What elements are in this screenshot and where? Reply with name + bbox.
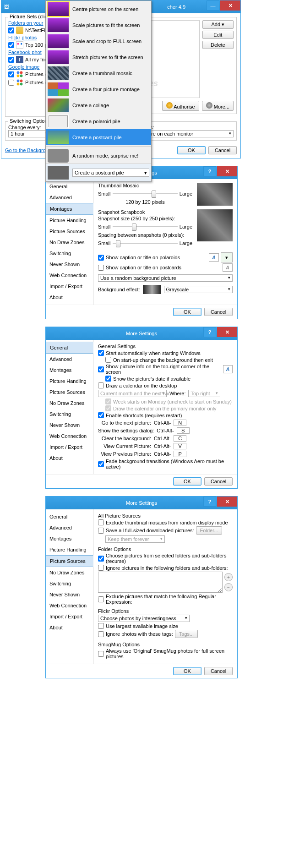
- info-font-button[interactable]: A: [223, 365, 233, 373]
- cancel-button[interactable]: Cancel: [204, 477, 233, 486]
- tab-general[interactable]: General: [46, 342, 93, 354]
- tab-advanced[interactable]: Advanced: [46, 192, 93, 203]
- tab-advanced[interactable]: Advanced: [46, 354, 93, 365]
- snapshot-size-slider[interactable]: [113, 222, 178, 231]
- popup-item-collage[interactable]: Create a collage: [46, 97, 151, 113]
- shortcut-settings[interactable]: [177, 427, 190, 434]
- tab-never-shown[interactable]: Never Shown: [46, 589, 93, 600]
- keep-dropdown[interactable]: Keep them forever: [105, 535, 165, 543]
- recurse-checkbox[interactable]: [98, 556, 104, 562]
- enable-shortcuts-checkbox[interactable]: [98, 412, 104, 418]
- tab-montages[interactable]: Montages: [46, 533, 93, 544]
- shortcut-view-prev[interactable]: [174, 451, 186, 457]
- tab-import-export[interactable]: Import / Export: [46, 281, 93, 292]
- start-auto-checkbox[interactable]: [98, 350, 104, 356]
- more-button[interactable]: More...: [202, 101, 234, 111]
- tab-about[interactable]: About: [46, 453, 93, 464]
- popup-item-centre[interactable]: Centre pictures on the screen: [46, 1, 151, 17]
- calendar-where-dropdown[interactable]: Top right: [188, 390, 220, 397]
- delete-button[interactable]: Delete: [202, 41, 234, 49]
- tags-button[interactable]: Tags...: [175, 630, 198, 638]
- ignore-folders-checkbox[interactable]: [98, 565, 104, 571]
- tab-no-draw-zones[interactable]: No Draw Zones: [46, 237, 93, 248]
- authorise-button[interactable]: Authorise: [162, 101, 199, 111]
- popup-item-four-montage[interactable]: Create a four-picture montage: [46, 81, 151, 97]
- google-checkbox-2[interactable]: [8, 80, 14, 86]
- tab-picture-sources[interactable]: Picture Sources: [46, 387, 93, 398]
- show-date-checkbox[interactable]: [105, 376, 111, 382]
- startup-exit-checkbox[interactable]: [105, 357, 111, 363]
- tab-web-connection[interactable]: Web Connection: [46, 431, 93, 442]
- add-button[interactable]: Add ▾: [202, 20, 234, 29]
- bg-effect-dropdown[interactable]: Grayscale: [164, 286, 233, 293]
- collage-layout-button[interactable]: ▾: [221, 252, 233, 262]
- edit-button[interactable]: Edit: [202, 31, 234, 39]
- cancel-button[interactable]: Cancel: [204, 667, 233, 675]
- font-postcard-button[interactable]: A: [223, 263, 233, 272]
- tab-web-connection[interactable]: Web Connection: [46, 270, 93, 281]
- tab-picture-handling[interactable]: Picture Handling: [46, 376, 93, 387]
- ignore-folders-textarea[interactable]: [98, 572, 223, 593]
- ignore-tags-checkbox[interactable]: [98, 631, 104, 637]
- exclude-mosaics-checkbox[interactable]: [98, 519, 104, 525]
- remove-folder-button[interactable]: −: [224, 583, 233, 591]
- change-every-dropdown[interactable]: 1 hour: [8, 130, 49, 137]
- shortcut-view-current[interactable]: [174, 443, 186, 449]
- tab-montages[interactable]: Montages: [46, 203, 93, 215]
- save-full-checkbox[interactable]: [98, 528, 104, 534]
- popup-item-scale-fit[interactable]: Scale pictures to fit the screen: [46, 17, 151, 33]
- ok-button[interactable]: OK: [173, 308, 201, 316]
- tab-picture-sources[interactable]: Picture Sources: [46, 555, 93, 567]
- use-largest-checkbox[interactable]: [98, 623, 104, 629]
- tab-never-shown[interactable]: Never Shown: [46, 259, 93, 270]
- close-button[interactable]: ✕: [217, 497, 237, 507]
- google-checkbox-1[interactable]: [8, 71, 14, 77]
- exclude-regex-checkbox[interactable]: [98, 596, 104, 602]
- mode-combo[interactable]: Create a postcard pile: [72, 169, 149, 177]
- popup-item-scale-crop[interactable]: Scale and crop to FULL screen: [46, 33, 151, 49]
- tab-montages[interactable]: Montages: [46, 365, 93, 376]
- smugmug-original-checkbox[interactable]: [98, 651, 104, 657]
- close-button[interactable]: ✕: [217, 327, 237, 337]
- font-polaroid-button[interactable]: A: [209, 253, 219, 262]
- tab-picture-sources[interactable]: Picture Sources: [46, 226, 93, 237]
- shortcut-clear[interactable]: [174, 435, 186, 442]
- caption-polaroid-checkbox[interactable]: [98, 255, 104, 261]
- tab-switching[interactable]: Switching: [46, 409, 93, 420]
- popup-item-random[interactable]: A random mode, surprise me!: [46, 147, 151, 164]
- flickr-checkbox[interactable]: [8, 42, 14, 48]
- add-folder-button[interactable]: +: [224, 573, 233, 581]
- tab-about[interactable]: About: [46, 622, 93, 633]
- shortcut-next[interactable]: [174, 420, 186, 426]
- cancel-button[interactable]: Cancel: [208, 146, 237, 154]
- tab-picture-handling[interactable]: Picture Handling: [46, 544, 93, 555]
- tab-about[interactable]: About: [46, 292, 93, 303]
- tab-no-draw-zones[interactable]: No Draw Zones: [46, 567, 93, 578]
- minimize-button[interactable]: —: [207, 0, 219, 11]
- tab-picture-handling[interactable]: Picture Handling: [46, 215, 93, 226]
- random-bg-dropdown[interactable]: Use a random background picture: [98, 274, 233, 282]
- flickr-sort-dropdown[interactable]: Choose photos by interestingness: [98, 615, 190, 622]
- ok-button[interactable]: OK: [177, 146, 206, 154]
- tab-switching[interactable]: Switching: [46, 578, 93, 589]
- popup-item-polaroid[interactable]: Create a polaroid pile: [46, 113, 151, 129]
- tab-switching[interactable]: Switching: [46, 248, 93, 259]
- popup-item-mosaic[interactable]: Create a thumbnail mosaic: [46, 65, 151, 81]
- draw-calendar-checkbox[interactable]: [98, 382, 104, 388]
- show-info-checkbox[interactable]: [98, 366, 104, 372]
- help-button[interactable]: ?: [203, 166, 216, 176]
- mosaic-size-slider[interactable]: [113, 189, 178, 198]
- tab-web-connection[interactable]: Web Connection: [46, 600, 93, 611]
- tab-never-shown[interactable]: Never Shown: [46, 420, 93, 431]
- popup-item-stretch[interactable]: Stretch pictures to fit the screen: [46, 49, 151, 65]
- ok-button[interactable]: OK: [173, 667, 201, 675]
- help-button[interactable]: ?: [203, 497, 216, 507]
- tab-no-draw-zones[interactable]: No Draw Zones: [46, 398, 93, 409]
- facebook-checkbox[interactable]: [8, 57, 14, 63]
- caption-postcard-checkbox[interactable]: [98, 265, 104, 271]
- calendar-period-dropdown[interactable]: Current month and the next two: [98, 390, 167, 397]
- tab-import-export[interactable]: Import / Export: [46, 442, 93, 453]
- folder-checkbox[interactable]: [8, 27, 14, 33]
- fade-checkbox[interactable]: [98, 461, 104, 467]
- spacing-slider[interactable]: [113, 239, 178, 248]
